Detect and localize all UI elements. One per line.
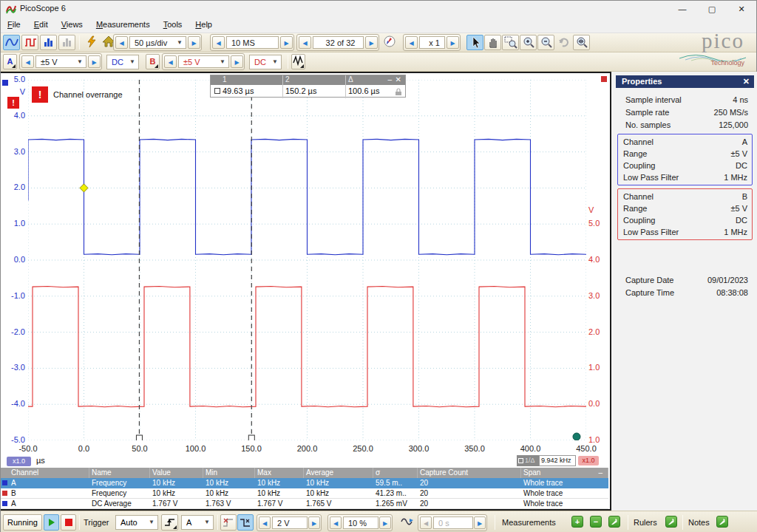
stop-button[interactable] — [61, 514, 76, 531]
menu-views[interactable]: Views — [55, 17, 89, 29]
overrange-axis-icon[interactable]: ! — [7, 97, 19, 109]
time-ruler-handle-1[interactable] — [136, 435, 142, 440]
remove-measurement-button[interactable]: − — [590, 516, 602, 528]
menu-file[interactable]: File — [1, 17, 27, 29]
measurement-row-2[interactable]: BFrequency10 kHz10 kHz10 kHz10 kHz41.23 … — [1, 488, 608, 499]
zoom-full-tool[interactable] — [573, 35, 590, 50]
meas-col-name[interactable]: Name — [89, 468, 150, 478]
spectrum-view-button[interactable] — [40, 35, 57, 50]
b-range-select[interactable]: ±5 V▼ — [178, 55, 229, 68]
pretrigger-down-arrow[interactable]: ◀ — [330, 516, 342, 529]
menu-edit[interactable]: Edit — [27, 17, 55, 29]
samples-input[interactable]: 10 MS — [226, 36, 279, 49]
b-range-next-arrow[interactable]: ▶ — [231, 55, 243, 68]
hand-tool[interactable] — [484, 35, 501, 50]
x-axis-tick: 250.0 — [347, 444, 379, 453]
auto-setup-button[interactable] — [83, 35, 100, 50]
measurement-row-1[interactable]: AFrequency10 kHz10 kHz10 kHz10 kHz59.5 m… — [1, 478, 608, 488]
b-range-prev-arrow[interactable]: ◀ — [164, 55, 177, 68]
rulers-button[interactable] — [665, 516, 677, 528]
menu-measurements[interactable]: Measurements — [89, 17, 157, 29]
ruler-legend-close[interactable]: ✕ — [396, 75, 401, 83]
trigger-mode-select[interactable]: Auto▼ — [115, 515, 158, 530]
trigger-level-up-arrow[interactable]: ▶ — [308, 516, 320, 529]
pretrigger-input[interactable]: 10 % — [343, 516, 378, 529]
pretrigger-up-arrow[interactable]: ▶ — [379, 516, 391, 529]
measurements-table: ChannelNameValueMinMaxAverageσCapture Co… — [1, 468, 608, 509]
meas-col-min[interactable]: Min — [203, 468, 255, 478]
buffer-navigator-button[interactable] — [381, 35, 398, 50]
start-button[interactable] — [44, 514, 59, 531]
zoom-factor[interactable]: x 1 — [419, 36, 445, 49]
channel-b-zero-marker[interactable] — [573, 433, 580, 440]
menu-help[interactable]: Help — [189, 17, 219, 29]
falling-edge-button[interactable] — [237, 514, 254, 531]
ruler-legend-header: 1 2 Δ – ✕ — [211, 75, 405, 85]
edit-measurement-button[interactable] — [608, 516, 620, 528]
measurement-row-3[interactable]: ADC Average1.767 V1.763 V1.767 V1.765 V1… — [1, 499, 608, 509]
maximize-button[interactable]: ▢ — [697, 1, 727, 17]
timebase-select[interactable]: 50 µs/div▼ — [129, 36, 186, 49]
a-range-select[interactable]: ±5 V▼ — [35, 55, 86, 68]
ruler-legend-minimize[interactable]: – — [387, 75, 392, 83]
running-button[interactable]: Running — [3, 514, 42, 531]
a-coupling-select[interactable]: DC▼ — [106, 55, 139, 69]
a-range-next-arrow[interactable]: ▶ — [88, 55, 101, 68]
trigger-level-down-arrow[interactable]: ◀ — [259, 516, 271, 529]
zoom-in-tool[interactable] — [520, 35, 537, 50]
time-ruler-handle-2[interactable] — [248, 435, 254, 440]
x-axis-unit: µs — [36, 456, 45, 465]
scope-view-button[interactable] — [3, 35, 20, 50]
a-range-prev-arrow[interactable]: ◀ — [21, 55, 34, 68]
delay-down-arrow[interactable]: ◀ — [420, 516, 432, 529]
persistence-view-button[interactable] — [21, 35, 38, 50]
zoom-in-arrow[interactable]: ▶ — [447, 36, 459, 49]
trigger-delay-icon[interactable] — [398, 514, 415, 531]
trigger-source-select[interactable]: A▼ — [181, 515, 214, 530]
timebase-prev-arrow[interactable]: ◀ — [115, 36, 128, 49]
marquee-zoom-tool[interactable] — [502, 35, 519, 50]
meas-col-span[interactable]: Span — [521, 468, 608, 478]
meas-col-max[interactable]: Max — [255, 468, 304, 478]
buffer-next-arrow[interactable]: ▶ — [365, 36, 378, 49]
zoom-out-arrow[interactable]: ◀ — [405, 36, 418, 49]
meas-col-value[interactable]: Value — [150, 468, 203, 478]
delay-up-arrow[interactable]: ▶ — [474, 516, 486, 529]
channel-b-axis-marker[interactable] — [601, 76, 607, 82]
x-axis-tick: 350.0 — [458, 444, 491, 453]
x-axis-tick: 100.0 — [180, 444, 212, 453]
advanced-trigger-button[interactable] — [161, 514, 178, 531]
menu-tools[interactable]: Tools — [157, 17, 189, 29]
notes-button[interactable] — [716, 516, 728, 528]
timebase-next-arrow[interactable]: ▶ — [188, 36, 200, 49]
disabled-view-button[interactable] — [58, 35, 75, 50]
trigger-marker[interactable] — [80, 184, 88, 192]
right-axis-tick: 2.0 — [588, 327, 600, 336]
channel-b-menu-button[interactable]: B — [146, 54, 160, 69]
buffer-indicator[interactable]: 32 of 32 — [313, 36, 364, 49]
minimize-button[interactable]: — — [668, 1, 697, 17]
close-button[interactable]: ✕ — [727, 1, 756, 17]
delay-input[interactable]: 0 s — [433, 516, 473, 529]
channel-a-axis-marker[interactable] — [2, 80, 8, 86]
meas-col-σ[interactable]: σ — [373, 468, 418, 478]
ruler-legend[interactable]: 1 2 Δ – ✕ 49.63 µs 150.2 µs 100.6 µs — [210, 75, 406, 98]
trigger-level-input[interactable]: 2 V — [272, 516, 308, 529]
properties-close-icon[interactable]: ✕ — [743, 75, 750, 88]
add-measurement-button[interactable]: + — [571, 516, 583, 528]
meas-col-average[interactable]: Average — [304, 468, 373, 478]
channel-a-menu-button[interactable]: A — [3, 54, 17, 69]
channel-a-properties-box: ChannelARange±5 VCouplingDCLow Pass Filt… — [617, 134, 753, 185]
normal-selection-tool[interactable] — [466, 35, 483, 50]
measurements-minimize[interactable]: – — [598, 468, 602, 477]
meas-col-channel[interactable]: Channel — [1, 468, 89, 478]
meas-col-capture-count[interactable]: Capture Count — [418, 468, 521, 478]
samples-prev-arrow[interactable]: ◀ — [212, 36, 225, 49]
buffer-prev-arrow[interactable]: ◀ — [299, 36, 311, 49]
samples-next-arrow[interactable]: ▶ — [280, 36, 293, 49]
math-channels-button[interactable] — [291, 54, 305, 69]
undo-zoom-button[interactable] — [555, 35, 572, 50]
rising-edge-button[interactable] — [220, 514, 237, 531]
b-coupling-select[interactable]: DC▼ — [249, 55, 282, 69]
zoom-out-tool[interactable] — [537, 35, 554, 50]
